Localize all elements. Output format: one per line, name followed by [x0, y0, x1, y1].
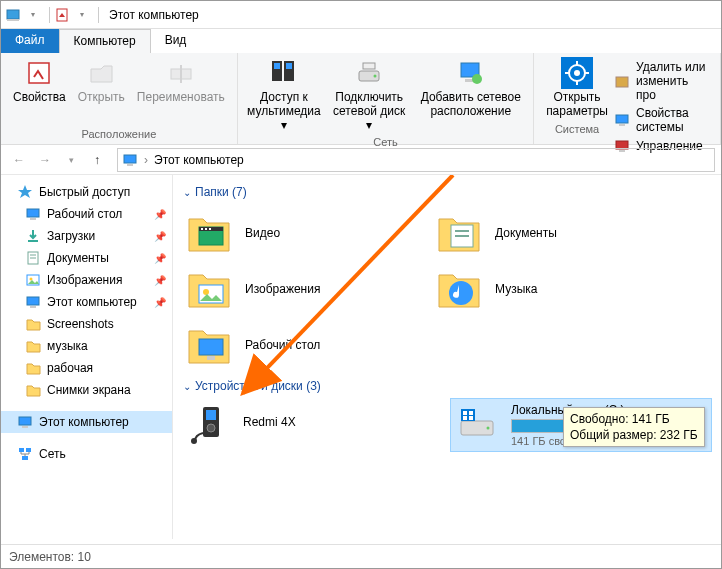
recent-dropdown[interactable]: ▾ [59, 148, 83, 172]
media-player-icon [187, 403, 231, 447]
window-icon [5, 7, 21, 23]
svg-rect-30 [27, 209, 39, 217]
sidebar-item[interactable]: рабочая [1, 357, 172, 379]
tab-view[interactable]: Вид [151, 29, 201, 53]
main-pane: ⌄ Папки (7) ВидеоДокументыИзображенияМуз… [173, 175, 721, 539]
svg-rect-9 [286, 63, 292, 69]
svg-rect-12 [363, 63, 375, 69]
svg-point-63 [487, 427, 490, 430]
statusbar: Элементов: 10 [1, 544, 721, 568]
svg-rect-29 [127, 164, 133, 166]
sidebar-item[interactable]: музыка [1, 335, 172, 357]
separator [98, 7, 99, 23]
addnet-icon [455, 57, 487, 89]
box-icon [614, 73, 630, 89]
breadcrumb-root[interactable]: Этот компьютер [154, 153, 244, 167]
folder-item[interactable]: Музыка [433, 261, 683, 317]
ribbon-tabs: Файл Компьютер Вид [1, 29, 721, 53]
system-properties-button[interactable]: Свойства системы [612, 105, 712, 135]
sidebar-item[interactable]: Screenshots [1, 313, 172, 335]
system-list: Удалить или изменить про Свойства систем… [612, 55, 712, 144]
svg-rect-24 [616, 115, 628, 123]
sidebar-this-pc[interactable]: Этот компьютер [1, 411, 172, 433]
settings-icon [561, 57, 593, 89]
rename-button[interactable]: Переименовать [133, 55, 229, 126]
drives-header[interactable]: ⌄ Устройства и диски (3) [183, 379, 717, 393]
sidebar-item[interactable]: Снимки экрана [1, 379, 172, 401]
svg-rect-67 [463, 416, 467, 420]
folders-grid: ВидеоДокументыИзображенияМузыкаРабочий с… [183, 205, 717, 373]
folder-icon [25, 382, 41, 398]
sidebar-item[interactable]: Этот компьютер📌 [1, 291, 172, 313]
svg-point-37 [30, 278, 33, 281]
folder-icon [25, 316, 41, 332]
up-button[interactable]: ↑ [85, 148, 109, 172]
map-drive-button[interactable]: Подключить сетевой диск▾ [326, 55, 412, 134]
open-button[interactable]: Открыть [74, 55, 129, 126]
forward-button[interactable]: → [33, 148, 57, 172]
ribbon-group-system: Открыть параметры Система Удалить или из… [534, 53, 721, 144]
folder-item[interactable]: Рабочий стол [183, 317, 433, 373]
properties-button[interactable]: Свойства [9, 55, 70, 126]
pc-icon [25, 294, 41, 310]
rename-icon [165, 57, 197, 89]
sidebar-item[interactable]: Рабочий стол📌 [1, 203, 172, 225]
svg-rect-47 [201, 228, 203, 230]
address-bar[interactable]: › Этот компьютер [117, 148, 715, 172]
media-access-button[interactable]: Доступ к мультимедиа▾ [246, 55, 322, 134]
qat-dropdown-icon[interactable]: ▾ [25, 7, 41, 23]
svg-point-61 [191, 438, 197, 444]
svg-point-15 [472, 74, 482, 84]
folder-item[interactable]: Изображения [183, 261, 433, 317]
open-settings-button[interactable]: Открыть параметры [542, 55, 612, 121]
svg-rect-23 [616, 77, 628, 87]
sidebar-item[interactable]: Документы📌 [1, 247, 172, 269]
open-icon [85, 57, 117, 89]
star-icon [17, 184, 33, 200]
folder-item[interactable]: Документы [433, 205, 683, 261]
pin-icon: 📌 [154, 253, 166, 264]
back-button[interactable]: ← [7, 148, 31, 172]
svg-rect-40 [19, 417, 31, 425]
tab-file[interactable]: Файл [1, 29, 59, 53]
sidebar: Быстрый доступ Рабочий стол📌Загрузки📌Док… [1, 175, 173, 539]
svg-point-18 [574, 70, 580, 76]
sidebar-quick-access[interactable]: Быстрый доступ [1, 181, 172, 203]
folder-item[interactable]: Видео [183, 205, 433, 261]
sidebar-item[interactable]: Изображения📌 [1, 269, 172, 291]
sidebar-network[interactable]: Сеть [1, 443, 172, 465]
device-redmi[interactable]: Redmi 4X [183, 399, 443, 451]
content: Быстрый доступ Рабочий стол📌Загрузки📌Док… [1, 175, 721, 539]
music-folder-icon [435, 265, 483, 313]
svg-rect-48 [205, 228, 207, 230]
monitor-icon [614, 112, 630, 128]
folder-icon [25, 360, 41, 376]
pin-icon: 📌 [154, 297, 166, 308]
svg-rect-59 [206, 410, 216, 420]
network-icon [17, 446, 33, 462]
window-title: Этот компьютер [109, 8, 199, 22]
drive-tooltip: Свободно: 141 ГБ Общий размер: 232 ГБ [563, 407, 705, 447]
uninstall-button[interactable]: Удалить или изменить про [612, 59, 712, 103]
add-network-button[interactable]: Добавить сетевое расположение [416, 55, 525, 134]
breadcrumb-sep: › [144, 153, 148, 167]
svg-point-54 [203, 289, 209, 295]
sidebar-item[interactable]: Загрузки📌 [1, 225, 172, 247]
svg-rect-44 [22, 456, 28, 460]
svg-rect-49 [209, 228, 211, 230]
documents-icon [25, 250, 41, 266]
folders-header[interactable]: ⌄ Папки (7) [183, 185, 717, 199]
svg-rect-31 [30, 218, 36, 220]
pin-icon: 📌 [154, 231, 166, 242]
qat-dropdown2-icon[interactable]: ▾ [74, 7, 90, 23]
svg-point-11 [374, 75, 377, 78]
svg-rect-39 [30, 306, 36, 308]
chevron-down-icon: ⌄ [183, 381, 191, 392]
tab-computer[interactable]: Компьютер [59, 29, 151, 53]
ribbon: Свойства Открыть Переименовать Расположе… [1, 53, 721, 145]
svg-rect-1 [7, 19, 19, 21]
qat-properties-icon[interactable] [54, 7, 70, 23]
pin-icon: 📌 [154, 275, 166, 286]
drive-icon [455, 403, 499, 447]
folder-icon [25, 338, 41, 354]
